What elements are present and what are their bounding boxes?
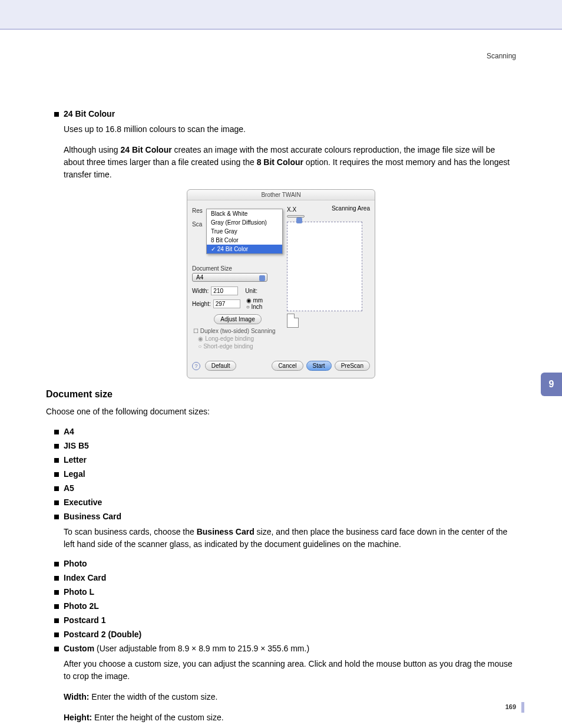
square-bullet-icon xyxy=(54,472,59,477)
text-bold: 8 Bit Colour xyxy=(257,157,303,167)
chapter-tab: 9 xyxy=(541,373,562,396)
width-input[interactable] xyxy=(211,286,238,295)
document-size-select[interactable]: A4 xyxy=(192,273,267,282)
size-list-2: Photo Index Card Photo L Photo 2L Postca… xyxy=(46,559,516,639)
menu-item-bw[interactable]: Black & White xyxy=(207,209,282,218)
help-icon[interactable]: ? xyxy=(192,362,200,370)
paragraph: Width: Enter the width of the custom siz… xyxy=(64,691,516,703)
document-size-value: A4 xyxy=(196,274,203,281)
bullet-label: A5 xyxy=(64,483,74,493)
bullet-label: Photo L xyxy=(64,587,94,597)
page-number-accent xyxy=(521,702,524,713)
list-item: 24 Bit Colour xyxy=(54,109,516,118)
bullet-label: Letter xyxy=(64,455,87,465)
unit-label: Unit: xyxy=(245,288,257,294)
text: To scan business cards, choose the xyxy=(64,527,197,536)
list-item: Executive xyxy=(54,498,516,507)
paragraph: Height: Enter the height of the custom s… xyxy=(64,711,516,724)
duplex-checkbox[interactable]: ☐ Duplex (two-sided) Scanning xyxy=(193,328,283,334)
version-label: X.X xyxy=(287,206,296,213)
square-bullet-icon xyxy=(54,112,59,117)
square-bullet-icon xyxy=(54,633,59,637)
text-bold: 24 Bit Colour xyxy=(121,145,172,154)
page-header-section: Scanning xyxy=(487,52,516,60)
default-button[interactable]: Default xyxy=(205,361,237,371)
cancel-button[interactable]: Cancel xyxy=(272,361,303,371)
list-item: Postcard 2 (Double) xyxy=(54,630,516,639)
list-item: Business Card xyxy=(54,512,516,521)
list-item: JIS B5 xyxy=(54,441,516,450)
height-input[interactable] xyxy=(213,299,240,308)
list-item: Legal xyxy=(54,469,516,479)
square-bullet-icon xyxy=(54,590,59,595)
chevron-down-icon xyxy=(296,218,302,223)
list-item: Letter xyxy=(54,455,516,465)
menu-item-truegray[interactable]: True Gray xyxy=(207,227,282,236)
text: Although using xyxy=(64,145,121,154)
square-bullet-icon xyxy=(54,430,59,434)
page-thumbnail-icon xyxy=(287,314,299,328)
twain-dialog: Brother TWAIN Res Sca Black & White Gray… xyxy=(187,189,375,378)
paragraph: After you choose a custom size, you can … xyxy=(64,658,516,683)
paragraph: Choose one of the following document siz… xyxy=(46,406,516,419)
width-label: Width: xyxy=(192,288,209,294)
list-item: Photo L xyxy=(54,587,516,597)
menu-item-gray[interactable]: Gray (Error Diffusion) xyxy=(207,218,282,227)
bullet-label: Business Card xyxy=(64,512,121,521)
page-content: 24 Bit Colour Uses up to 16.8 million co… xyxy=(0,29,562,724)
page-number: 169 xyxy=(505,703,516,710)
bullet-label: A4 xyxy=(64,427,74,436)
list-item: Custom (User adjustable from 8.9 × 8.9 m… xyxy=(54,644,516,653)
bullet-label: Photo xyxy=(64,559,87,568)
bullet-label: Custom xyxy=(64,644,94,653)
text-bold: Width: xyxy=(64,692,89,701)
bullet-label: Index Card xyxy=(64,573,106,582)
long-edge-radio: ◉ Long-edge binding xyxy=(193,335,283,342)
bullet-label: Postcard 1 xyxy=(64,615,106,625)
text-bold: Height: xyxy=(64,713,92,722)
prescan-button[interactable]: PreScan xyxy=(335,361,370,371)
square-bullet-icon xyxy=(54,458,59,463)
start-button[interactable]: Start xyxy=(306,361,332,371)
scanning-area-label: Scanning Area xyxy=(332,205,370,212)
unit-mm-radio[interactable]: ◉ mm xyxy=(246,297,263,304)
bullet-label: Legal xyxy=(64,469,85,479)
square-bullet-icon xyxy=(54,647,59,651)
bullet-label: JIS B5 xyxy=(64,441,89,450)
header-band xyxy=(0,0,562,29)
bullet-label: Photo 2L xyxy=(64,601,99,611)
text: Enter the width of the custom size. xyxy=(89,692,217,701)
list-item: Index Card xyxy=(54,573,516,582)
square-bullet-icon xyxy=(54,515,59,519)
version-select[interactable] xyxy=(287,215,305,218)
square-bullet-icon xyxy=(54,576,59,581)
list-item: A4 xyxy=(54,427,516,436)
chevron-down-icon xyxy=(259,275,265,281)
height-label: Height: xyxy=(192,301,211,307)
scantype-dropdown-menu[interactable]: Black & White Gray (Error Diffusion) Tru… xyxy=(206,209,283,254)
text: Enter the height of the custom size. xyxy=(92,713,223,722)
bullet-title: 24 Bit Colour xyxy=(64,109,115,118)
unit-inch-radio[interactable]: ○ Inch xyxy=(246,304,263,310)
adjust-image-button[interactable]: Adjust Image xyxy=(214,314,261,324)
menu-item-8bit[interactable]: 8 Bit Color xyxy=(207,236,282,245)
bullet-label: Executive xyxy=(64,498,102,507)
short-edge-radio: ○ Short-edge binding xyxy=(193,343,283,350)
menu-item-24bit[interactable]: 24 Bit Color xyxy=(207,245,282,253)
square-bullet-icon xyxy=(54,618,59,623)
text-bold: Business Card xyxy=(197,527,254,536)
section-heading: Document size xyxy=(46,389,516,400)
list-item: Photo 2L xyxy=(54,601,516,611)
document-size-label: Document Size xyxy=(192,265,283,272)
square-bullet-icon xyxy=(54,562,59,566)
list-item: A5 xyxy=(54,483,516,493)
scan-preview-area[interactable] xyxy=(287,222,362,311)
paragraph: Although using 24 Bit Colour creates an … xyxy=(64,144,516,181)
dialog-title: Brother TWAIN xyxy=(187,190,375,200)
bullet-label: Postcard 2 (Double) xyxy=(64,630,141,639)
paragraph: To scan business cards, choose the Busin… xyxy=(64,526,516,551)
square-bullet-icon xyxy=(54,444,59,449)
list-item: Photo xyxy=(54,559,516,568)
square-bullet-icon xyxy=(54,500,59,505)
square-bullet-icon xyxy=(54,486,59,491)
